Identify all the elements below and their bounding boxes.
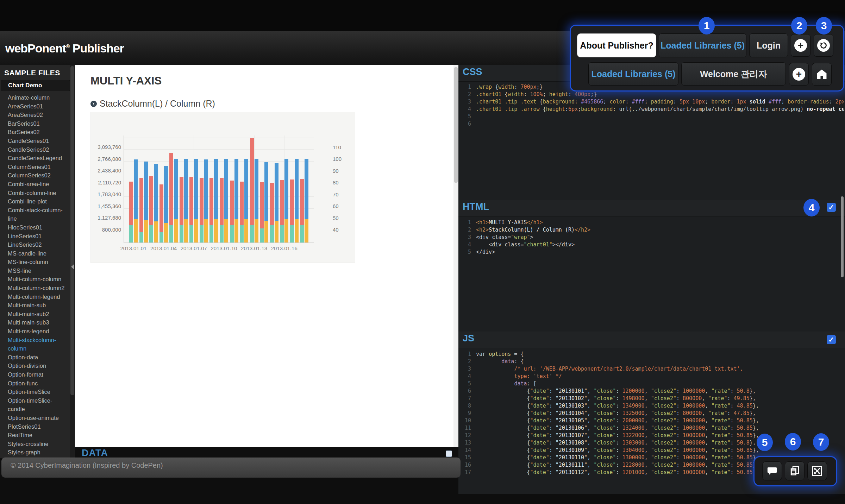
login-button[interactable]: Login — [749, 33, 788, 57]
sidebar-item[interactable]: MS-line-column — [0, 258, 68, 266]
preview-scrollbar-thumb[interactable] — [454, 67, 458, 183]
x-axis-line — [124, 242, 314, 243]
reload-button[interactable] — [814, 34, 833, 57]
sidebar-item[interactable]: AreaSeries01 — [0, 102, 68, 111]
sidebar-item[interactable]: Option-format — [0, 370, 68, 379]
y-axis-line — [124, 136, 124, 243]
sidebar-item[interactable]: LineSeries01 — [0, 232, 68, 241]
logo-suffix: Publisher — [73, 42, 124, 55]
sidebar-item[interactable]: HlocSeries01 — [0, 223, 68, 232]
data-strip-checkbox[interactable] — [446, 451, 452, 457]
sidebar-item[interactable]: Option-timeSlice — [0, 388, 68, 396]
html-panel-checkbox[interactable]: ✓ — [827, 203, 836, 212]
bar-close2 — [290, 225, 294, 242]
right-axis-tick: 70 — [333, 191, 350, 197]
html-panel-header: HTML — [458, 200, 845, 216]
sidebar-item[interactable]: Option-use-animate — [0, 414, 68, 422]
add-button-2[interactable]: + — [789, 63, 809, 86]
bar-close2 — [220, 225, 224, 242]
sidebar-item[interactable]: Multi-main-sub2 — [0, 310, 68, 319]
bar-close2 — [139, 232, 143, 242]
sidebar-title: SAMPLE FILES — [4, 69, 75, 77]
sidebar-item[interactable]: Combi-line-plot — [0, 197, 68, 206]
bar-close2 — [129, 225, 133, 242]
sidebar-item[interactable]: Combi-area-line — [0, 180, 68, 189]
callout-4: 4 — [803, 199, 820, 216]
code-region-scrollbar-thumb[interactable] — [841, 196, 844, 277]
sidebar-collapse-icon[interactable] — [71, 264, 74, 270]
bar-close — [159, 184, 163, 232]
sidebar-item[interactable]: PlotSeries01 — [0, 422, 68, 431]
sidebar-item[interactable]: RealTime — [0, 431, 68, 440]
sidebar-item[interactable]: BarSeries01 — [0, 119, 68, 128]
js-panel-checkbox[interactable]: ✓ — [827, 335, 836, 344]
bar-rate — [234, 219, 238, 242]
sidebar-item[interactable]: Multi-column-legend — [0, 292, 68, 301]
sidebar-item[interactable]: CandleSeries01 — [0, 137, 68, 145]
right-axis-tick: 110 — [333, 144, 350, 150]
comments-button[interactable] — [762, 461, 782, 480]
sidebar-group-chart-demo[interactable]: Chart Demo — [1, 80, 70, 91]
sidebar-item[interactable]: MS-candle-line — [0, 249, 68, 258]
bar-rate — [305, 219, 308, 242]
sidebar-item[interactable]: Option-func — [0, 379, 68, 388]
bar-rate2 — [144, 162, 148, 220]
plus-icon: + — [794, 39, 807, 52]
bar-rate — [255, 219, 258, 242]
copy-button[interactable] — [785, 461, 805, 480]
bar-rate2 — [234, 159, 238, 219]
sidebar-item[interactable]: CandleSeries02 — [0, 145, 68, 154]
sidebar-item[interactable]: Combi-stack-column-line — [0, 206, 68, 223]
sidebar-item[interactable]: Option-timeSlice-candle — [0, 396, 68, 414]
left-axis-tick: 1,127,680 — [93, 215, 121, 221]
bar-rate — [224, 219, 228, 242]
sidebar-item[interactable]: Styles-graph — [0, 448, 68, 457]
bar-close2 — [260, 228, 264, 242]
sidebar-item[interactable]: AreaSeries02 — [0, 111, 68, 119]
sidebar-scrollbar-thumb[interactable] — [70, 66, 74, 395]
sidebar-item[interactable]: Multi-column-column — [0, 275, 68, 284]
sidebar-item[interactable]: Multi-main-sub — [0, 301, 68, 310]
welcome-user-button[interactable]: Welcome 관리자 — [681, 62, 786, 86]
sidebar-item[interactable]: Option-data — [0, 353, 68, 362]
bar-close — [240, 182, 244, 225]
bar-rate — [244, 219, 248, 242]
left-axis-tick: 1,783,040 — [93, 191, 121, 197]
home-button[interactable] — [812, 63, 832, 86]
copyright-text: © 2014 CyberImagination (Inspired by Cod… — [11, 461, 461, 470]
sidebar-item[interactable]: Multi-ms-legend — [0, 327, 68, 336]
callout-3: 3 — [816, 17, 832, 34]
sidebar-item[interactable]: MSS-line — [0, 266, 68, 275]
bar-rate — [154, 221, 158, 242]
sidebar-item[interactable]: Option-division — [0, 361, 68, 370]
sidebar-item[interactable]: Multi-stackcolumn-column — [0, 336, 68, 353]
sidebar-item[interactable]: Styles-crossline — [0, 440, 68, 448]
bar-close2 — [270, 225, 274, 242]
sidebar-item[interactable]: LineSeries02 — [0, 240, 68, 249]
about-publisher-button[interactable]: About Publisher? — [577, 33, 656, 57]
html-code-editor[interactable]: 1<h1>MULTI Y-AXIS</h1>2<h2>StackColumn(L… — [460, 219, 844, 330]
sidebar-item[interactable]: CandleSeriesLegend — [0, 154, 68, 163]
loaded-libraries-button-2[interactable]: Loaded Libraries (5) — [588, 62, 678, 86]
sidebar-item[interactable]: Combi-column-line — [0, 189, 68, 197]
bar-rate2 — [204, 159, 208, 219]
bar-close2 — [189, 225, 193, 242]
sidebar-item[interactable]: Multi-column-column2 — [0, 284, 68, 292]
logo-reg-mark: ® — [66, 43, 69, 49]
sidebar-item[interactable]: BarSeries02 — [0, 128, 68, 137]
bar-rate — [284, 219, 288, 242]
add-library-button[interactable]: + — [791, 34, 810, 57]
expand-button[interactable] — [807, 461, 827, 480]
sidebar-item[interactable]: Multi-main-sub3 — [0, 318, 68, 327]
loaded-libraries-button[interactable]: Loaded Libraries (5) — [659, 33, 746, 57]
callout-5: 5 — [757, 434, 773, 451]
sidebar-item[interactable]: ColumnSeries02 — [0, 171, 68, 180]
app-logo: webPonent® Publisher — [5, 42, 124, 55]
html-panel-label: HTML — [463, 201, 845, 212]
sidebar-item[interactable]: Animate-column — [0, 93, 68, 102]
bar-rate2 — [164, 166, 168, 222]
sidebar-item[interactable]: ColumnSeries01 — [0, 163, 68, 171]
bar-rate — [184, 219, 188, 242]
css-code-editor[interactable]: 1.wrap {width: 700px;}2.chart01 {width: … — [460, 83, 844, 198]
logo-name: webPonent — [5, 42, 66, 55]
